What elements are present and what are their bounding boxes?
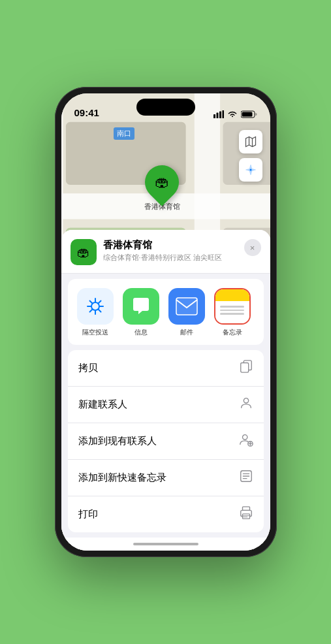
action-new-contact-label: 新建联系人 [78, 398, 127, 411]
share-mail[interactable]: 邮件 [167, 288, 206, 337]
venue-icon: 🏟 [71, 239, 97, 265]
wifi-icon [227, 110, 238, 118]
quick-note-icon [239, 469, 253, 487]
action-add-contact[interactable]: 添加到现有联系人 [68, 423, 264, 460]
venue-name: 香港体育馆 [103, 239, 238, 251]
svg-rect-29 [176, 298, 197, 315]
copy-icon [239, 359, 253, 377]
status-icons [213, 110, 257, 118]
venue-header: 🏟 香港体育馆 综合体育馆·香港特别行政区 油尖旺区 × [61, 230, 270, 274]
share-notes[interactable]: 备忘录 [213, 288, 252, 337]
status-time: 09:41 [74, 107, 99, 118]
close-button[interactable]: × [244, 239, 261, 256]
share-messages[interactable]: 信息 [121, 288, 161, 337]
action-copy-label: 拷贝 [78, 362, 98, 374]
svg-point-33 [242, 435, 247, 440]
notes-lines [220, 304, 244, 317]
add-contact-icon [239, 432, 253, 450]
location-button[interactable] [239, 158, 262, 182]
svg-point-32 [244, 398, 248, 403]
action-print[interactable]: 打印 [68, 496, 264, 532]
svg-rect-3 [222, 110, 224, 118]
svg-rect-1 [216, 113, 218, 119]
airdrop-label: 隔空投送 [82, 328, 108, 337]
messages-svg [131, 296, 151, 317]
battery-icon [241, 110, 257, 118]
phone-frame: 09:41 [55, 87, 277, 557]
dynamic-island [136, 99, 195, 116]
more-icon-box [260, 291, 264, 327]
map-entrance-label: 南口 [114, 127, 134, 140]
messages-icon-box [123, 288, 159, 325]
svg-rect-5 [242, 112, 252, 117]
stadium-icon: 🏟 [155, 174, 169, 191]
svg-rect-0 [213, 114, 215, 118]
compass-icon [245, 164, 257, 176]
notes-label: 备忘录 [223, 328, 242, 337]
share-airdrop[interactable]: 隔空投送 [76, 288, 115, 337]
mail-label: 邮件 [180, 328, 193, 337]
phone-screen: 09:41 [61, 93, 270, 551]
map-controls[interactable] [239, 130, 262, 182]
print-icon [239, 506, 253, 523]
action-add-contact-label: 添加到现有联系人 [78, 435, 157, 447]
action-print-label: 打印 [78, 508, 98, 521]
location-pin: 🏟 香港体育馆 [144, 165, 180, 212]
map-icon [244, 135, 257, 148]
airdrop-icon-box [77, 288, 114, 325]
airdrop-svg [86, 297, 105, 316]
mail-svg [176, 297, 198, 315]
home-bar [133, 543, 198, 545]
svg-rect-2 [219, 112, 221, 119]
share-row: 隔空投送 信息 [68, 279, 264, 345]
bottom-sheet: 🏟 香港体育馆 综合体育馆·香港特别行政区 油尖旺区 × [61, 230, 270, 551]
share-more[interactable] [259, 288, 264, 330]
action-quick-note-label: 添加到新快速备忘录 [78, 472, 166, 484]
messages-label: 信息 [134, 328, 148, 337]
action-quick-note[interactable]: 添加到新快速备忘录 [68, 460, 264, 496]
notes-inner [215, 289, 249, 323]
map-view-button[interactable] [239, 130, 262, 153]
notes-icon-box [214, 288, 251, 325]
svg-rect-31 [240, 363, 248, 373]
action-copy[interactable]: 拷贝 [68, 350, 264, 387]
svg-point-26 [249, 169, 251, 171]
svg-rect-43 [242, 514, 249, 519]
pin-circle: 🏟 [138, 158, 186, 206]
signal-icon [213, 110, 224, 118]
svg-rect-41 [242, 507, 249, 511]
venue-subtitle: 综合体育馆·香港特别行政区 油尖旺区 [103, 253, 238, 263]
action-list: 拷贝 新建联系人 [68, 350, 264, 532]
home-indicator [61, 538, 270, 551]
new-contact-icon [239, 396, 253, 413]
action-new-contact[interactable]: 新建联系人 [68, 387, 264, 423]
venue-info: 香港体育馆 综合体育馆·香港特别行政区 油尖旺区 [103, 239, 238, 263]
mail-icon-box [168, 288, 205, 325]
